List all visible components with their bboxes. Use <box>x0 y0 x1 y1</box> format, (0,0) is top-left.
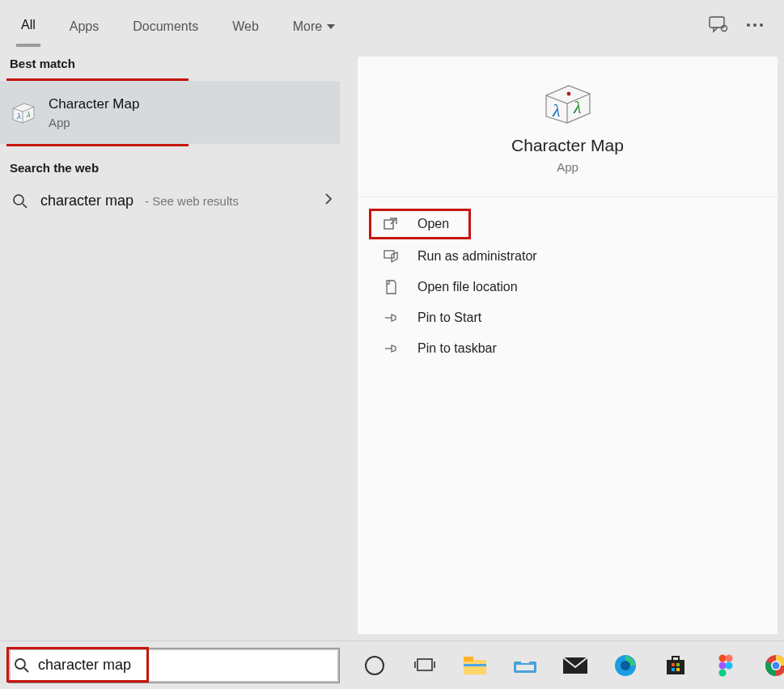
cortana-icon[interactable] <box>362 653 387 678</box>
svg-point-35 <box>726 662 733 669</box>
search-input-container[interactable] <box>8 648 340 683</box>
action-open[interactable]: Open <box>369 209 471 239</box>
tab-more[interactable]: More <box>288 5 340 45</box>
search-icon <box>11 193 29 209</box>
svg-point-36 <box>719 669 727 676</box>
action-open-label: Open <box>417 217 449 231</box>
search-web-heading: Search the web <box>0 154 346 183</box>
search-web-term: character map <box>40 192 133 209</box>
pin-icon <box>382 342 400 355</box>
svg-rect-22 <box>521 657 529 663</box>
onscreen-keyboard-icon[interactable] <box>513 653 537 678</box>
search-icon <box>14 657 30 674</box>
best-match-heading: Best match <box>0 50 346 78</box>
more-options-icon[interactable] <box>746 23 764 27</box>
svg-marker-5 <box>13 104 34 123</box>
search-web-row[interactable]: character map - See web results <box>0 183 346 219</box>
microsoft-store-icon[interactable] <box>663 653 688 678</box>
figma-icon[interactable] <box>714 653 738 678</box>
action-pin-taskbar-label: Pin to taskbar <box>417 341 497 356</box>
svg-rect-23 <box>516 665 534 670</box>
svg-rect-19 <box>464 657 473 662</box>
svg-rect-27 <box>667 660 684 674</box>
svg-point-15 <box>15 659 25 669</box>
svg-point-34 <box>719 662 727 669</box>
svg-rect-17 <box>417 659 432 670</box>
file-explorer-icon[interactable] <box>463 653 487 678</box>
svg-point-39 <box>773 662 780 669</box>
taskbar <box>0 640 784 689</box>
svg-text:λ: λ <box>573 97 582 117</box>
panel-subtitle: App <box>557 160 578 174</box>
svg-point-33 <box>726 654 733 662</box>
pin-icon <box>382 311 400 324</box>
mail-icon[interactable] <box>563 653 587 678</box>
tab-more-label: More <box>293 19 322 34</box>
action-run-administrator[interactable]: Run as administrator <box>358 241 778 272</box>
svg-text:λ: λ <box>26 109 31 119</box>
action-pin-to-taskbar[interactable]: Pin to taskbar <box>358 333 778 364</box>
chevron-down-icon <box>327 24 335 29</box>
best-match-title: Character Map <box>49 96 139 112</box>
svg-point-10 <box>566 92 570 96</box>
svg-rect-13 <box>384 220 393 229</box>
tab-documents[interactable]: Documents <box>128 5 203 45</box>
shield-icon <box>382 249 400 264</box>
tab-web[interactable]: Web <box>227 5 264 45</box>
search-filter-tabs: All Apps Documents Web More <box>0 0 784 50</box>
svg-point-2 <box>747 23 750 27</box>
edge-icon[interactable] <box>613 653 638 678</box>
svg-rect-31 <box>676 668 680 671</box>
svg-rect-28 <box>672 663 675 666</box>
search-web-hint: - See web results <box>145 194 239 208</box>
results-left-pane: Best match λ λ Character Map <box>0 50 346 640</box>
svg-text:λ: λ <box>16 111 21 120</box>
folder-icon <box>382 280 400 294</box>
svg-rect-18 <box>464 660 486 674</box>
best-match-subtitle: App <box>49 116 139 129</box>
svg-point-8 <box>14 195 23 205</box>
svg-text:λ: λ <box>552 100 561 120</box>
svg-rect-29 <box>676 663 680 666</box>
action-open-loc-label: Open file location <box>417 280 518 294</box>
svg-point-16 <box>366 657 384 674</box>
svg-point-3 <box>753 23 756 27</box>
svg-point-26 <box>621 661 630 670</box>
chrome-icon[interactable] <box>764 653 784 678</box>
tab-apps[interactable]: Apps <box>65 5 104 45</box>
svg-point-4 <box>760 23 763 27</box>
action-run-admin-label: Run as administrator <box>417 249 537 264</box>
chevron-right-icon <box>324 192 337 209</box>
search-input[interactable] <box>38 657 200 674</box>
best-match-item[interactable]: λ λ Character Map App <box>0 81 340 144</box>
svg-point-32 <box>719 654 727 662</box>
feedback-icon[interactable] <box>709 16 728 34</box>
action-open-file-location[interactable]: Open file location <box>358 272 778 302</box>
panel-title: Character Map <box>511 136 624 155</box>
task-view-icon[interactable] <box>413 653 437 678</box>
action-pin-start-label: Pin to Start <box>417 311 481 325</box>
svg-rect-30 <box>672 668 675 671</box>
tab-all[interactable]: All <box>16 3 40 47</box>
open-icon <box>382 218 400 230</box>
character-map-icon: λ λ <box>10 99 37 126</box>
details-panel: λ λ Character Map App Open <box>358 57 778 634</box>
action-pin-to-start[interactable]: Pin to Start <box>358 302 778 333</box>
svg-rect-20 <box>464 664 486 666</box>
character-map-large-icon: λ λ <box>540 81 596 125</box>
